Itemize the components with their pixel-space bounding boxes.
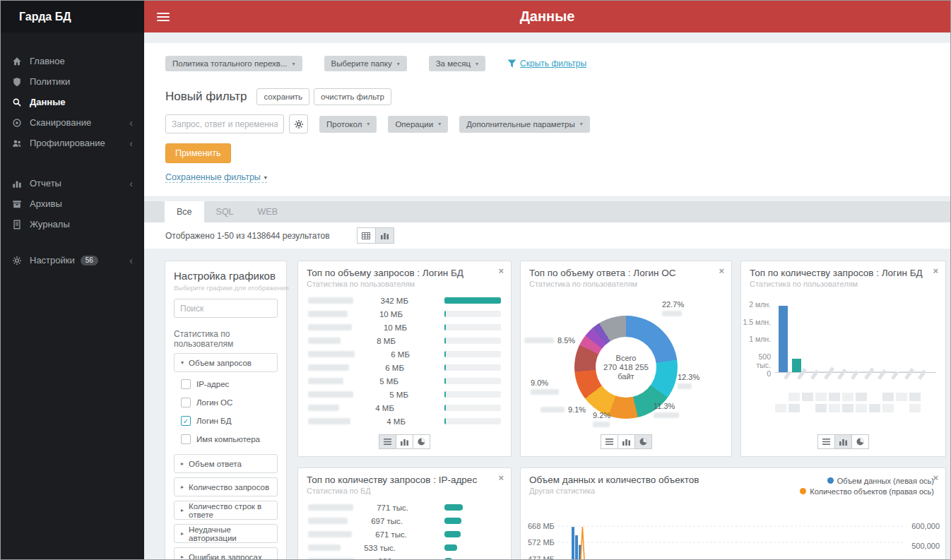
sidebar-item-4[interactable]: Профилирование‹	[1, 133, 144, 153]
chart-group-0-0[interactable]: ▾Объем запросов	[174, 353, 278, 372]
redacted-label	[662, 311, 682, 316]
sidebar-item-2[interactable]: Данные	[1, 92, 144, 112]
chart-option[interactable]: Логин ОС	[174, 393, 278, 412]
redacted-label	[308, 324, 352, 330]
close-icon[interactable]: ×	[719, 266, 724, 275]
bar-value: 10 МБ	[348, 310, 403, 318]
policy-dropdown[interactable]: Политика тотального перехв...▾	[165, 56, 302, 71]
chevron-left-icon: ‹	[129, 179, 133, 189]
apply-button[interactable]: Применить	[165, 143, 231, 163]
tab-sql[interactable]: SQL	[204, 201, 246, 222]
view-toggle	[357, 227, 394, 244]
tab-все[interactable]: Все	[165, 201, 204, 222]
donut-segment-label: 12.3%	[678, 373, 699, 389]
close-icon[interactable]: ×	[498, 266, 504, 275]
checkbox[interactable]: ✓	[181, 416, 191, 426]
chart-option[interactable]: ✓Логин БД	[174, 412, 278, 430]
operations-dropdown[interactable]: Операции▾	[388, 116, 448, 133]
list-view-button[interactable]	[601, 434, 618, 449]
pie-view-button[interactable]	[634, 434, 652, 449]
sidebar-item-label: Сканирование	[30, 117, 91, 128]
bar-view-button[interactable]	[834, 434, 852, 449]
protocol-dropdown[interactable]: Протокол▾	[319, 116, 377, 133]
journal-icon	[11, 219, 22, 230]
chart-card-top-query-count: Топ по количеству запросов : Логин БД Ст…	[740, 261, 946, 457]
sidebar-item-8[interactable]: Настройки56‹	[1, 250, 144, 270]
bar	[832, 371, 841, 373]
bar-view-button[interactable]	[396, 434, 413, 449]
redacted-label	[678, 383, 692, 389]
period-dropdown[interactable]: За месяц▾	[429, 56, 485, 71]
chart-group-0-3[interactable]: ▸Количество строк в ответе	[174, 501, 278, 520]
chart-group-0-5[interactable]: ▸Ошибки в запросах	[174, 547, 278, 559]
table-view-button[interactable]	[357, 227, 376, 244]
chart-option[interactable]: IP-адрес	[174, 375, 278, 393]
redacted-cell	[842, 393, 853, 401]
bar	[819, 371, 828, 373]
sidebar-item-7[interactable]: Журналы	[1, 214, 144, 234]
chart-group-options: IP-адресЛогин ОС✓Логин БДИмя компьютера	[174, 372, 278, 450]
donut-segment-label: 22.7%	[662, 300, 684, 316]
tab-web[interactable]: WEB	[246, 201, 290, 222]
folder-dropdown[interactable]: Выберите папку▾	[324, 56, 407, 71]
sidebar-item-0[interactable]: Главное	[1, 51, 144, 71]
save-filter-button[interactable]: сохранить	[256, 88, 309, 105]
legend-dot-blue	[827, 477, 834, 484]
y-axis-tick: 1.5 млн.	[743, 318, 771, 326]
sidebar-item-5[interactable]: Отчеты‹	[1, 173, 144, 193]
chart-option[interactable]: Имя компьютера	[174, 430, 278, 448]
caret-right-icon: ▸	[181, 507, 184, 513]
chart-view-button[interactable]	[375, 227, 394, 244]
bar-row: 6 МБ	[308, 361, 501, 374]
bar-track	[444, 544, 501, 551]
bar-track	[444, 558, 501, 559]
redacted-label	[308, 405, 339, 411]
bar-track	[444, 297, 501, 304]
close-icon[interactable]: ×	[933, 266, 938, 275]
list-view-button[interactable]	[379, 434, 396, 449]
checkbox[interactable]	[181, 379, 191, 389]
chart-group-0-2[interactable]: ▸Количество запросов	[174, 477, 278, 496]
chart-card-top-query-count-ip: Топ по количеству запросов : IP-адрес Ст…	[297, 467, 512, 559]
chart-group-0-4[interactable]: ▸Неудачные авторизации	[174, 524, 278, 543]
caret-down-icon: ▾	[438, 121, 441, 127]
bar-fill	[444, 544, 457, 551]
pie-view-button[interactable]	[851, 434, 869, 449]
sidebar-item-6[interactable]: Архивы	[1, 193, 144, 214]
chart-title: Топ по количеству запросов : IP-адрес	[307, 475, 502, 485]
bar-track	[444, 418, 501, 424]
settings-subtitle: Выберите графики для отображения	[174, 284, 278, 292]
chart-search-input[interactable]	[174, 299, 278, 318]
redacted-cell	[896, 393, 907, 401]
bar-view-button[interactable]	[618, 434, 635, 449]
pie-view-button[interactable]	[413, 434, 430, 449]
sidebar-item-3[interactable]: Сканирование‹	[1, 112, 144, 133]
query-input[interactable]	[165, 114, 284, 133]
checkbox[interactable]	[181, 434, 191, 444]
gear-icon	[294, 119, 304, 129]
chart-group-0-1[interactable]: ▸Объем ответа	[174, 454, 278, 473]
redacted-cell	[802, 393, 813, 401]
redacted-label	[308, 297, 353, 304]
legend-label: Объем данных (левая ось)	[837, 477, 934, 485]
pie-view-icon	[856, 438, 864, 446]
sidebar-item-1[interactable]: Политики	[1, 71, 144, 92]
saved-filters-link[interactable]: Сохраненные фильтры▾	[165, 172, 267, 183]
y-axis-tick: 1 млн.	[743, 335, 771, 343]
hide-filters-link[interactable]: Скрыть фильтры	[507, 59, 586, 68]
chart-settings-panel: Настройка графиков Выберите графики для …	[165, 261, 287, 559]
query-settings-button[interactable]	[289, 114, 308, 133]
menu-toggle-button[interactable]	[144, 11, 177, 23]
bar-fill	[444, 378, 446, 384]
bar-row: 671 тыс.	[308, 528, 501, 541]
chart-card-data-vol-objects: Объем данных и количество объектов Друга…	[520, 467, 946, 559]
checkbox[interactable]	[181, 398, 191, 407]
chart-title: Топ по количеству запросов : Логин БД	[750, 268, 937, 278]
sidebar-item-label: Отчеты	[30, 178, 61, 189]
close-icon[interactable]: ×	[498, 473, 504, 482]
topbar: Данные	[144, 1, 950, 32]
clear-filter-button[interactable]: очистить фильтр	[314, 88, 391, 105]
redacted-label	[524, 338, 554, 343]
list-view-button[interactable]	[817, 434, 835, 449]
extra-params-dropdown[interactable]: Дополнительные параметры▾	[459, 116, 590, 133]
